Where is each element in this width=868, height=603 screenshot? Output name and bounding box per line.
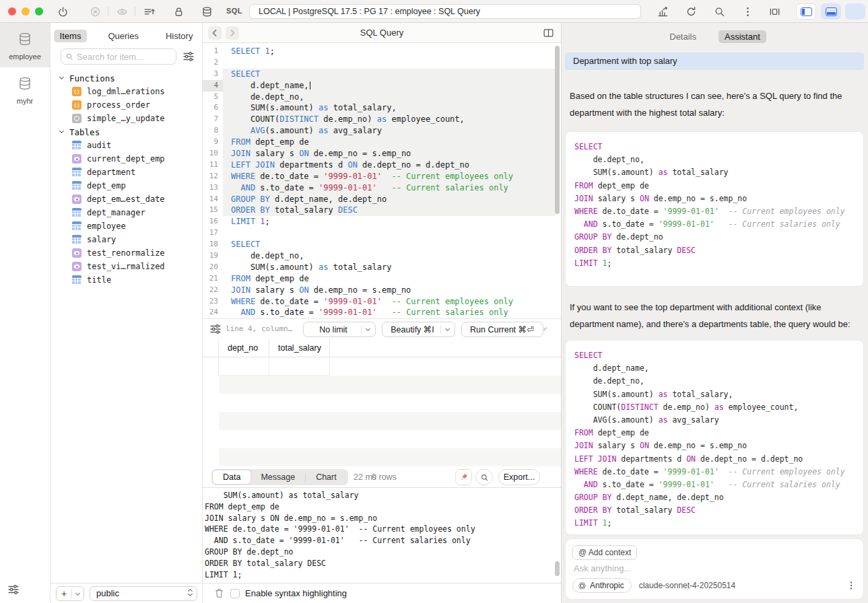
add-item-button[interactable]: + — [56, 586, 84, 601]
trash-icon[interactable] — [213, 588, 225, 599]
line-number: 5 — [203, 92, 223, 103]
editor-tab-title: SQL Query — [203, 23, 561, 43]
tree-item-department[interactable]: department — [51, 166, 202, 179]
sidebar-tabs: ItemsQueriesHistory — [51, 28, 202, 43]
grid-stripe — [219, 448, 561, 466]
code-line: SELECT — [223, 239, 556, 250]
rail-filter-icon[interactable] — [7, 583, 20, 596]
add-context-chip[interactable]: @ Add context — [572, 545, 637, 560]
assistant-panel: DetailsAssistant Department with top sal… — [561, 23, 868, 603]
code-line: d.dept_name, — [223, 80, 556, 92]
code-line: AVG(s.amount) as avg_salary — [223, 125, 556, 137]
sidebar-search[interactable] — [61, 48, 176, 65]
code-line: AND s.to_date = '9999-01-01' -- Current … — [223, 182, 556, 194]
view-icon — [72, 154, 81, 164]
code-line: d.dept_name, — [574, 362, 863, 375]
panel-tab-details[interactable]: Details — [663, 30, 702, 43]
tree-item-audit[interactable]: audit — [51, 139, 202, 152]
tree-item-label: test_vi…rmalized — [87, 262, 165, 271]
tree-item-label: test_renormalize — [87, 248, 165, 258]
assistant-menu-icon[interactable] — [846, 580, 857, 591]
preview-eye-icon[interactable] — [116, 5, 129, 18]
tree-section-tables[interactable]: Tables — [51, 125, 202, 139]
results-tab-data[interactable]: Data — [213, 470, 251, 484]
tree-item-dept-em-est-date[interactable]: dept_em…est_date — [51, 192, 202, 206]
results-tab-message[interactable]: Message — [251, 470, 305, 484]
toggle-right-panel-button[interactable] — [845, 3, 865, 20]
panel-tab-assistant[interactable]: Assistant — [719, 30, 766, 43]
pin-result-button[interactable] — [455, 469, 472, 485]
sidebar-tab-history[interactable]: History — [160, 30, 199, 42]
lock-icon[interactable] — [172, 5, 185, 18]
code-line: de.dept_no, — [574, 153, 863, 166]
schema-select[interactable]: public — [90, 586, 197, 601]
search-icon[interactable] — [713, 5, 726, 18]
provider-selector[interactable]: Anthropic — [572, 578, 632, 593]
focus-layout-icon[interactable] — [768, 5, 781, 18]
tree-item-process-order[interactable]: ()process_order — [51, 98, 202, 112]
sql-mode-label[interactable]: SQL — [226, 7, 242, 15]
tree-item-employee[interactable]: employee — [51, 219, 202, 233]
message-line: JOIN salary s ON de.emp_no = s.emp_no — [203, 513, 561, 524]
sql-editor[interactable]: 123456789101112131415161718192021222324 … — [203, 43, 561, 341]
column-header-total_salary[interactable]: total_salary — [269, 339, 330, 357]
stop-icon[interactable] — [89, 5, 102, 18]
code-line: LIMIT 1; — [574, 517, 863, 530]
export-button-label: Export... — [504, 472, 535, 482]
query-log-icon[interactable] — [143, 5, 156, 18]
search-input[interactable] — [77, 52, 172, 62]
tree-item-label: department — [87, 168, 135, 177]
split-view-icon[interactable] — [543, 28, 554, 41]
message-scrollbar[interactable] — [555, 561, 560, 576]
database-icon[interactable] — [201, 5, 213, 18]
ask-input[interactable] — [574, 563, 776, 573]
plus-icon: + — [57, 587, 71, 600]
column-header-dept_no[interactable]: dept_no — [219, 339, 269, 357]
tree-section-functions[interactable]: Functions — [51, 71, 202, 85]
editor-scrollbar[interactable] — [555, 46, 560, 214]
close-button[interactable] — [8, 7, 16, 15]
toggle-bottom-panel-button[interactable] — [821, 3, 841, 20]
editor-settings-icon[interactable] — [209, 322, 222, 335]
assistant-middle-text: If you want to see the top department wi… — [570, 299, 861, 332]
code-line: WHERE de.to_date = '9999-01-01' -- Curre… — [223, 171, 556, 182]
tree-item-log-dml-erations[interactable]: ()log_dml…erations — [51, 85, 202, 98]
tree-item-current-dept-emp[interactable]: current_dept_emp — [51, 152, 202, 166]
code-line: LEFT JOIN departments d ON de.dept_no = … — [223, 159, 556, 171]
connection-myhr[interactable]: myhr — [0, 67, 50, 112]
toggle-left-sidebar-button[interactable] — [796, 3, 816, 20]
tree-item-test-vi-rmalized[interactable]: test_vi…rmalized — [51, 260, 202, 273]
connection-power-icon[interactable] — [57, 5, 69, 18]
sidebar-bottom-bar: + public — [51, 583, 202, 603]
export-button[interactable]: Export... — [498, 469, 540, 485]
minimize-button[interactable] — [22, 7, 30, 15]
connection-employee[interactable]: employee — [0, 23, 50, 67]
tree-item-test-renormalize[interactable]: test_renormalize — [51, 246, 202, 260]
results-tab-chart[interactable]: Chart — [306, 470, 347, 484]
tree-item-label: dept_manager — [87, 208, 145, 217]
refresh-icon[interactable] — [685, 5, 698, 18]
section-label: Tables — [69, 127, 100, 137]
limit-dropdown[interactable]: No limit — [303, 322, 376, 337]
chevron-down-icon — [59, 75, 64, 79]
sidebar-filter-icon[interactable] — [182, 50, 195, 63]
chart-icon[interactable] — [657, 5, 669, 18]
conversation-topic[interactable]: Department with top salary — [565, 52, 864, 70]
tableplus-window: SQL LOCAL | PostgreSQL 17.5 : PG 17 : em… — [0, 0, 868, 603]
sidebar-tab-queries[interactable]: Queries — [102, 30, 145, 42]
search-results-button[interactable] — [475, 469, 493, 485]
line-number: 16 — [203, 216, 223, 227]
tree-item-dept-manager[interactable]: dept_manager — [51, 206, 202, 219]
tree-item-simple-y-update[interactable]: simple_…y_update — [51, 112, 202, 125]
provider-name: Anthropic — [590, 581, 624, 590]
code-line: COUNT(DISTINCT de.emp_no) as employee_co… — [223, 114, 556, 125]
sidebar-tab-items[interactable]: Items — [54, 30, 88, 42]
tree-item-dept-emp[interactable]: dept_emp — [51, 179, 202, 192]
more-menu-icon[interactable] — [741, 5, 754, 18]
run-current-button[interactable]: Run Current ⌘⏎ — [461, 322, 543, 337]
tree-item-title[interactable]: title — [51, 273, 202, 287]
beautify-button[interactable]: Beautify ⌘I — [382, 322, 455, 337]
tree-item-salary[interactable]: salary — [51, 233, 202, 246]
syntax-highlight-checkbox[interactable] — [230, 589, 240, 598]
zoom-button[interactable] — [35, 7, 43, 15]
